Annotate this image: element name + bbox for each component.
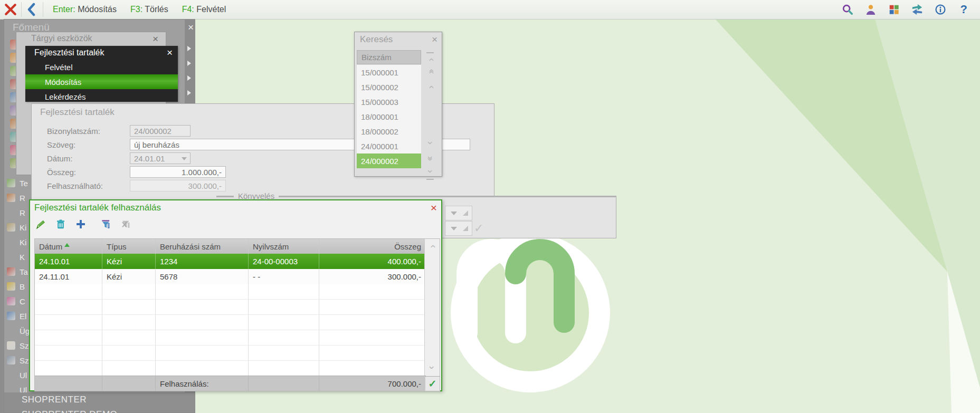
table-scrollbar[interactable]: ›› [424, 239, 440, 377]
table-row[interactable]: 24.11.01Kézi5678- -300.000,- [35, 269, 426, 284]
field-input-összeg[interactable]: 1.000.000,- [130, 166, 226, 178]
menu-item-icon [7, 356, 15, 364]
search-icon[interactable] [839, 2, 857, 17]
table-cell [35, 361, 102, 376]
table-row[interactable]: 24.10.01Kézi123424-00-00003400.000,- [35, 254, 426, 269]
apps-grid-icon[interactable] [885, 2, 903, 17]
top-toolbar: Enter: MódosításF3: TörlésF4: Felvétel [0, 0, 980, 20]
table-cell [319, 315, 426, 330]
field-input-bizonylatszám[interactable]: 24/000002 [130, 125, 191, 137]
table-cell [319, 330, 426, 345]
table-cell [156, 345, 249, 361]
toolbar-divider [43, 2, 43, 17]
shortcut-key: F4: [182, 5, 197, 14]
table-cell: 24.10.01 [35, 254, 102, 269]
filter-clear-icon[interactable] [118, 215, 135, 233]
submenu-arrow-icon[interactable] [187, 90, 191, 95]
footer-brand-label: SHOPRENTER [22, 395, 87, 405]
close-icon[interactable] [0, 0, 21, 19]
close-icon[interactable]: × [431, 202, 437, 213]
form-field-row: Felhasználható:300.000,- [32, 180, 494, 193]
scroll-down-icon[interactable]: › [425, 138, 436, 148]
detail-form-title: Fejlesztési tartalék [40, 107, 115, 118]
search-result-row[interactable]: 24/000002 [357, 153, 421, 169]
table-cell [156, 330, 249, 345]
table-cell [249, 345, 319, 361]
filter-icon[interactable] [98, 215, 115, 233]
column-header-nyilvszám[interactable]: Nyilvszám [249, 239, 319, 254]
search-result-row[interactable]: 15/000001 [357, 65, 421, 80]
sidebar-item-label: Ki [20, 223, 26, 232]
close-icon[interactable]: × [167, 47, 173, 57]
menu-item-módosítás[interactable]: Módosítás [25, 74, 178, 89]
search-result-row[interactable]: 15/000003 [357, 94, 421, 110]
close-icon[interactable]: × [153, 34, 158, 44]
confirm-check-icon: ✓ [474, 222, 483, 235]
scroll-up-icon[interactable]: › [425, 82, 436, 92]
table-empty-row [35, 330, 426, 345]
search-result-row[interactable]: 18/000001 [357, 109, 421, 124]
search-result-value: 15/000001 [361, 68, 398, 77]
table-cell [319, 284, 426, 300]
column-header-beruházási szám[interactable]: Beruházási szám [156, 239, 249, 254]
scroll-end-bar [426, 179, 434, 180]
scroll-end-bar [426, 52, 434, 53]
submenu-arrow-icon[interactable] [187, 46, 191, 51]
table-cell [35, 345, 102, 361]
menu-item-felvétel[interactable]: Felvétel [25, 60, 178, 74]
shortcut-hint: Enter: Módosítás [53, 5, 117, 14]
column-header-dátum[interactable]: Dátum [35, 239, 102, 254]
scroll-up-icon[interactable]: › [425, 54, 436, 65]
menu-item-label: Lekérdezés [45, 92, 86, 101]
scroll-up-icon[interactable]: ›› [425, 67, 436, 78]
window-usage: Fejlesztési tartalék felhasználás × [29, 199, 442, 391]
sidebar-item-label: Ki [20, 238, 26, 247]
user-icon[interactable] [862, 2, 880, 17]
field-input-dátum[interactable]: 24.01.01 [130, 152, 191, 164]
main-menu-footer: SHOPRENTERSHOPRENTER DEMO [4, 392, 195, 412]
shortcut-hint: F4: Felvétel [182, 5, 226, 14]
scroll-down-icon[interactable]: › [427, 362, 437, 373]
footer-cell [102, 376, 156, 391]
column-header-összeg[interactable]: Összeg [319, 239, 426, 254]
info-icon[interactable] [931, 2, 949, 17]
search-result-value: 24/000001 [361, 142, 398, 151]
search-result-row[interactable]: 24/000001 [357, 139, 421, 154]
menu-item-icon [7, 341, 15, 350]
search-result-row[interactable]: 15/000002 [357, 80, 421, 95]
search-result-row[interactable]: 18/000002 [357, 124, 421, 139]
table-cell [102, 315, 156, 330]
field-input-felhasználható[interactable]: 300.000,- [130, 180, 226, 191]
submenu-arrow-icon[interactable] [187, 75, 191, 81]
table-empty-row [35, 361, 426, 376]
scroll-down-icon[interactable]: › [425, 166, 436, 177]
sidebar-item-label: Te [20, 179, 28, 188]
edit-icon[interactable] [32, 215, 49, 233]
scroll-down-icon[interactable]: ›› [425, 152, 436, 163]
close-icon[interactable]: × [188, 22, 194, 32]
help-icon[interactable]: ? [955, 2, 973, 17]
table-cell [249, 315, 319, 330]
menu-item-icon [7, 282, 15, 291]
table-cell: - - [249, 269, 319, 284]
submenu-arrow-icon[interactable] [187, 61, 191, 66]
konyveles-spinner-2[interactable] [445, 221, 472, 236]
transfer-arrows-icon[interactable] [908, 2, 926, 17]
usage-table-header: DátumTípusBeruházási számNyilvszámÖsszeg [35, 239, 426, 254]
menu-item-lekérdezés[interactable]: Lekérdezés [25, 89, 178, 102]
desktop-left-strip [0, 19, 4, 413]
delete-icon[interactable] [52, 215, 69, 233]
add-icon[interactable] [72, 215, 89, 233]
corner-triangle-icon [463, 210, 468, 216]
corner-triangle-icon [463, 226, 468, 231]
field-label: Szöveg: [47, 140, 75, 149]
close-icon[interactable]: × [432, 34, 437, 44]
field-label: Dátum: [47, 154, 72, 163]
search-window-title: Keresés [360, 34, 393, 45]
table-cell [102, 300, 156, 315]
table-empty-row [35, 315, 426, 330]
back-icon[interactable] [22, 0, 43, 19]
konyveles-spinner-1[interactable] [445, 206, 472, 220]
scroll-up-icon[interactable]: › [427, 241, 437, 252]
column-header-típus[interactable]: Típus [102, 239, 156, 254]
